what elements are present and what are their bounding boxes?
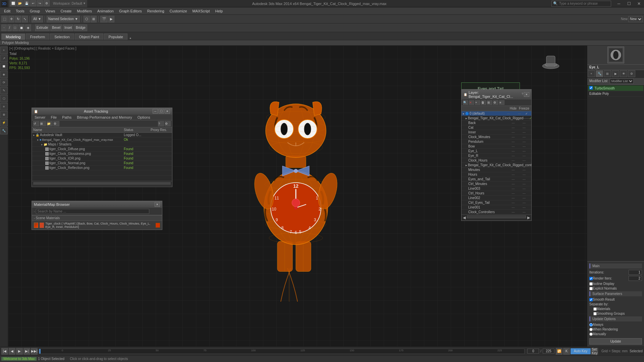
layer-scrollbar[interactable] (467, 216, 526, 218)
sidebar-icon-4[interactable]: ◈ (0, 71, 8, 78)
render-iters-toggle[interactable] (589, 277, 593, 280)
qa-save[interactable]: 💾 (23, 0, 30, 6)
tb2-border[interactable]: □ (12, 24, 18, 31)
time-play[interactable]: ▶ (16, 348, 23, 355)
layer-eyes-tail[interactable]: Eyes_and_Tail—— (462, 177, 531, 182)
prop-render-iters-input[interactable] (629, 276, 642, 281)
time-prev[interactable]: ◀ (9, 348, 15, 355)
lp-info[interactable]: ? (522, 92, 523, 97)
tab-extra[interactable]: ● (129, 37, 131, 40)
menu-edit[interactable]: Edit (1, 8, 13, 14)
timeline-track[interactable]: 0255075100125150175200225 (39, 349, 525, 354)
at-btn-2[interactable]: ⊠ (40, 121, 46, 126)
sidebar-icon-9[interactable]: ⊕ (0, 111, 8, 118)
search-input[interactable] (559, 2, 609, 5)
mod-tab-utilities[interactable]: ⚙ (628, 70, 635, 77)
workspace-dropdown[interactable]: ▼ (83, 2, 86, 5)
tb2-inset[interactable]: Inset (63, 24, 73, 31)
loop-btn[interactable]: 🔁 (556, 348, 562, 355)
layer-ctrl-minutes[interactable]: Ctrl_Minutes—— (462, 182, 531, 186)
layer-inner[interactable]: Inner—— (462, 130, 531, 135)
qa-open[interactable]: 📂 (17, 0, 23, 6)
sidebar-icon-10[interactable]: ⚡ (0, 119, 8, 126)
toolbar-scale[interactable]: ⤡ (22, 16, 28, 22)
toolbar-rotate[interactable]: ↻ (15, 16, 21, 22)
sidebar-icon-8[interactable]: ≡ (0, 103, 8, 110)
tb2-bridge[interactable]: Bridge (74, 24, 87, 31)
qa-settings[interactable]: ⚙ (44, 0, 50, 6)
at-menu-server[interactable]: Server (32, 115, 48, 120)
layer-scroll-left[interactable]: ◀ (463, 216, 466, 220)
at-row-normal[interactable]: tiger_Clock_Normal.png Found (32, 161, 172, 166)
modifier-editable-poly[interactable]: Editable Poly (588, 91, 643, 97)
at-row-vault[interactable]: ▸ 🔒 Autodesk Vault Logged O... (32, 133, 172, 137)
isoline-toggle[interactable] (589, 282, 593, 286)
tb2-poly[interactable]: ◼ (18, 24, 24, 31)
at-scrollbar[interactable] (33, 182, 171, 185)
qa-undo[interactable]: ↩ (30, 0, 36, 6)
total-frames-input[interactable] (543, 349, 554, 354)
sidebar-icon-1[interactable]: + (0, 47, 8, 54)
set-key-btn[interactable]: Set Key (591, 348, 598, 355)
qa-redo[interactable]: ↪ (37, 0, 43, 6)
lt-delete[interactable]: 🗑 (481, 100, 486, 105)
tb2-element[interactable]: ◈ (25, 24, 31, 31)
lp-close[interactable]: ✕ (524, 92, 529, 97)
mb-search-input[interactable] (36, 209, 149, 214)
at-row-ior[interactable]: tiger_Clock_IOR.png Found (32, 156, 172, 161)
update-button[interactable]: Update (589, 338, 642, 345)
at-menu-file[interactable]: File (48, 115, 59, 120)
smooth-result-toggle[interactable] (589, 298, 593, 301)
toolbar-mirror[interactable]: ⬡ (84, 16, 90, 22)
view-selector[interactable]: New (628, 16, 643, 22)
lt-settings[interactable]: ⚙ (493, 100, 498, 105)
menu-maxscript[interactable]: MAXScript (190, 8, 213, 14)
search-area[interactable]: 🔍 (551, 1, 611, 7)
time-end[interactable]: ▶▶| (31, 348, 38, 355)
at-row-file[interactable]: ▸ ■ Bengal_Tiger_Kit_Cat_Clock_Rigged_ma… (32, 137, 172, 142)
toolbar-named-selection[interactable]: Named Selection ▼ (47, 16, 80, 22)
at-close[interactable]: ✕ (165, 109, 170, 114)
when-rendering-radio[interactable] (589, 328, 593, 331)
sidebar-icon-5[interactable]: ⟳ (0, 79, 8, 86)
layer-scroll-right[interactable]: ▶ (527, 216, 530, 220)
close-button[interactable]: ✕ (634, 0, 644, 7)
at-minimize[interactable]: ─ (153, 109, 158, 114)
menu-animation[interactable]: Animation (95, 8, 116, 14)
time-next[interactable]: ▶| (23, 348, 30, 355)
materials-toggle[interactable] (593, 307, 597, 311)
layer-clock-controllers[interactable]: Clock_Controllers—— (462, 210, 531, 215)
sidebar-icon-3[interactable]: 🔲 (0, 63, 8, 70)
layer-clock-minutes[interactable]: Clock_Minutes—— (462, 135, 531, 139)
layer-line002[interactable]: Line002—— (462, 196, 531, 200)
layer-line003[interactable]: Line003—— (462, 186, 531, 191)
tab-modeling[interactable]: Modeling (1, 34, 25, 40)
toolbar-select[interactable]: ⬚ (1, 16, 8, 22)
tb2-extrude[interactable]: Extrude (35, 24, 50, 31)
mod-tab-display[interactable]: 👁 (620, 70, 627, 77)
material-browser-header[interactable]: Material/Map Browser ✕ (32, 201, 162, 208)
prop-iterations-input[interactable] (629, 270, 642, 275)
mod-tab-motion[interactable]: ▶ (612, 70, 619, 77)
at-restore[interactable]: ☐ (159, 109, 164, 114)
at-btn-6[interactable]: ⚙ (165, 121, 171, 126)
modifier-list-dropdown[interactable]: Modifier List (610, 78, 634, 84)
timeline-thumb[interactable] (39, 349, 41, 354)
layer-clock-hours[interactable]: Clock_Hours—— (462, 158, 531, 163)
at-row-gloss[interactable]: tiger_Clock_Glossiness.png Found (32, 152, 172, 156)
modifier-turbosmooth[interactable]: TurboSmooth (588, 85, 643, 91)
minimize-button[interactable]: ─ (614, 0, 624, 7)
at-btn-1[interactable]: ↺ (33, 121, 39, 126)
lt-menu[interactable]: ≡ (499, 100, 504, 105)
toolbar-render[interactable]: ▶ (108, 16, 114, 22)
mod-tab-modify[interactable]: 🔧 (596, 70, 603, 77)
maximize-button[interactable]: ☐ (624, 0, 634, 7)
time-start[interactable]: |◀ (1, 348, 8, 355)
menu-modifiers[interactable]: Modifiers (74, 8, 95, 14)
at-btn-3[interactable]: 📁 (47, 121, 53, 126)
layer-cat[interactable]: Cat—— (462, 125, 531, 130)
at-menu-bitmap[interactable]: Bitmap Performance and Memory (74, 115, 135, 120)
smoothing-groups-toggle[interactable] (593, 312, 597, 315)
at-btn-5[interactable]: ? (158, 121, 164, 126)
sidebar-icon-11[interactable]: 🔧 (0, 127, 8, 134)
